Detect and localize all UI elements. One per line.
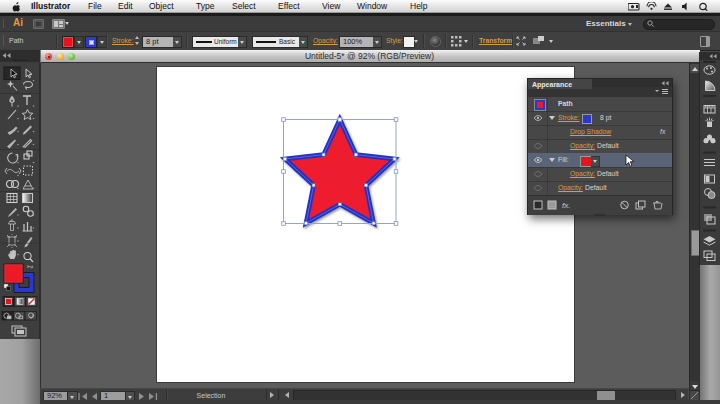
svg-text:fx.: fx. bbox=[562, 201, 570, 210]
